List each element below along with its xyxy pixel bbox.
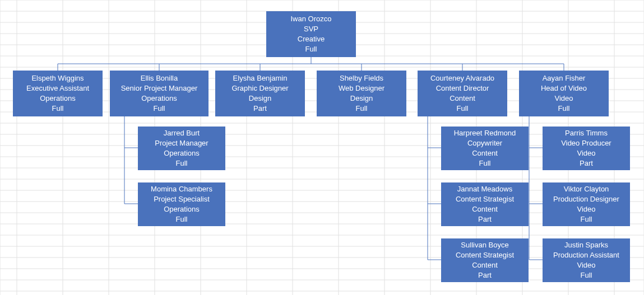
person-title: Content Director [436,83,489,93]
person-department: Operations [141,93,177,104]
org-node-courteney-alvarado[interactable]: Courteney Alvarado Content Director Cont… [418,71,507,116]
person-department: Video [577,204,595,214]
person-name: Jannat Meadows [457,184,512,194]
person-status: Part [478,270,492,280]
person-title: Project Specialist [154,194,210,204]
org-node-sullivan-boyce[interactable]: Sullivan Boyce Content Strategist Conten… [441,238,529,282]
person-department: Video [577,260,595,270]
person-name: Elysha Benjamin [233,73,288,83]
person-status: Part [478,214,492,224]
person-title: Production Assistant [553,250,619,260]
person-department: Operations [164,204,200,214]
person-name: Parris Timms [565,128,608,138]
person-title: Production Designer [553,194,619,204]
org-node-jarred-burt[interactable]: Jarred Burt Project Manager Operations F… [138,127,225,170]
person-department: Video [554,93,573,104]
person-title: Content Strategist [456,194,514,204]
person-department: Content [472,204,498,214]
person-status: Full [356,104,368,114]
person-status: Full [581,214,592,224]
person-department: Design [249,93,271,104]
person-title: Web Designer [339,83,384,93]
person-name: Shelby Fields [340,73,383,83]
person-name: Elspeth Wiggins [31,73,84,83]
person-name: Iwan Orozco [291,14,332,24]
org-node-iwan-orozco[interactable]: Iwan Orozco SVP Creative Full [266,11,356,57]
person-name: Viktor Clayton [564,184,609,194]
org-node-aayan-fisher[interactable]: Aayan Fisher Head of Video Video Full [519,71,609,116]
org-node-jannat-meadows[interactable]: Jannat Meadows Content Strategist Conten… [441,182,529,226]
person-department: Video [577,148,595,158]
person-name: Harpreet Redmond [454,128,516,138]
person-title: Project Manager [155,138,208,148]
person-title: Senior Project Manager [121,83,198,93]
person-department: Operations [40,93,76,104]
org-node-parris-timms[interactable]: Parris Timms Video Producer Video Part [543,127,630,170]
person-status: Full [176,158,188,168]
person-department: Content [472,260,498,270]
person-name: Justin Sparks [564,240,608,250]
org-node-elysha-benjamin[interactable]: Elysha Benjamin Graphic Designer Design … [215,71,305,116]
person-status: Full [52,104,64,114]
person-status: Full [479,158,491,168]
org-node-harpreet-redmond[interactable]: Harpreet Redmond Copywriter Content Full [441,127,529,170]
person-status: Full [176,214,188,224]
person-department: Operations [164,148,200,158]
person-status: Full [558,104,570,114]
org-node-elspeth-wiggins[interactable]: Elspeth Wiggins Executive Assistant Oper… [13,71,103,116]
person-status: Part [580,158,593,168]
org-node-shelby-fields[interactable]: Shelby Fields Web Designer Design Full [317,71,406,116]
person-title: Graphic Designer [231,83,288,93]
person-name: Courteney Alvarado [430,73,494,83]
org-node-momina-chambers[interactable]: Momina Chambers Project Specialist Opera… [138,182,225,226]
person-title: Content Strategist [456,250,514,260]
org-node-ellis-bonilla[interactable]: Ellis Bonilla Senior Project Manager Ope… [110,71,209,116]
person-title: Executive Assistant [26,83,89,93]
person-status: Full [581,270,592,280]
person-status: Full [154,104,165,114]
person-name: Aayan Fisher [543,73,586,83]
person-title: SVP [304,24,318,34]
person-name: Ellis Bonilla [141,73,178,83]
person-department: Creative [298,34,325,44]
person-status: Full [305,44,317,54]
person-status: Full [457,104,469,114]
person-title: Head of Video [541,83,587,93]
person-department: Content [472,148,498,158]
org-node-justin-sparks[interactable]: Justin Sparks Production Assistant Video… [543,238,630,282]
org-chart-canvas: Iwan Orozco SVP Creative Full Elspeth Wi… [0,0,644,295]
person-status: Part [253,104,267,114]
person-title: Copywriter [467,138,502,148]
person-department: Content [450,93,475,104]
person-name: Jarred Burt [164,128,200,138]
person-title: Video Producer [561,138,611,148]
person-department: Design [350,93,373,104]
person-name: Sullivan Boyce [461,240,508,250]
person-name: Momina Chambers [151,184,212,194]
org-node-viktor-clayton[interactable]: Viktor Clayton Production Designer Video… [543,182,630,226]
